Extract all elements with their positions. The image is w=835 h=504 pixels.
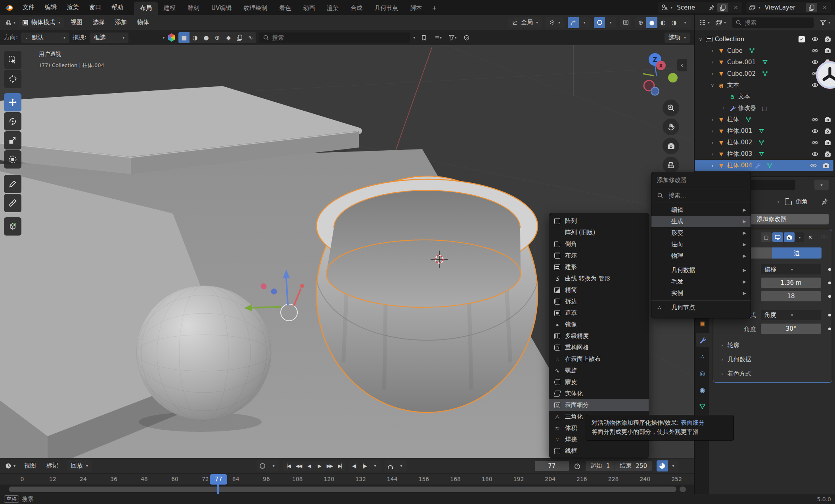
outliner-row[interactable]: ∨ Collection ▢ ✓ <box>695 33 835 45</box>
expand-toggle-icon[interactable]: › <box>710 59 715 65</box>
tab-constraint-properties[interactable]: ◉ <box>696 383 709 397</box>
axis-x-label[interactable]: X <box>659 63 663 69</box>
timeline-scrollbar-handle[interactable] <box>680 487 686 492</box>
viewport-menu-item[interactable]: 物体 <box>132 17 154 28</box>
playback-dropdown[interactable]: 回放 ▾ <box>67 460 92 471</box>
collapsed-section-row[interactable]: › 轮廓 <box>721 341 739 349</box>
shading-solid-button[interactable]: ● <box>646 17 657 28</box>
expand-toggle-icon[interactable]: ∨ <box>710 82 715 88</box>
expand-toggle-icon[interactable]: › <box>710 71 715 77</box>
realtime-display-toggle[interactable] <box>772 232 783 242</box>
tab-modifier-properties[interactable] <box>696 333 709 347</box>
modifier-extras-dropdown[interactable]: ▾ <box>795 232 804 242</box>
timeline-menu-item[interactable]: 标记 <box>41 460 63 471</box>
blender-logo-icon[interactable] <box>4 3 14 12</box>
modifier-menu-item[interactable]: 表面细分 <box>549 399 649 411</box>
render-camera-icon[interactable] <box>824 47 831 54</box>
outliner-row[interactable]: › 柱体.001 ▢ ✓ <box>695 125 835 137</box>
scene-selector[interactable]: ▾ Scene ✕ <box>658 2 742 13</box>
tool-measure[interactable] <box>4 194 21 212</box>
jump-to-end-button[interactable]: ▶| <box>335 461 345 471</box>
edit-mode-display-toggle[interactable]: ▢ <box>761 232 772 242</box>
modifier-menu-item[interactable]: 曲线 转换为 管形 <box>549 273 649 284</box>
outliner-filter-button[interactable]: ▾ <box>818 17 832 28</box>
prev-keyframe-button[interactable]: ◀◀ <box>293 461 304 471</box>
tool-annotate[interactable] <box>4 175 21 193</box>
workspace-tab[interactable]: 渲染 <box>321 2 345 15</box>
drag-mode-dropdown[interactable]: 框选 ▾ <box>90 33 128 43</box>
topbar-menu-item[interactable]: 帮助 <box>106 2 128 13</box>
outliner-row[interactable]: › Cube.002 ▢ ✓ <box>695 68 835 79</box>
modifier-category-item[interactable]: 形变 ▶ <box>651 227 751 239</box>
expand-toggle-icon[interactable]: › <box>710 48 715 54</box>
editor-type-button[interactable]: ▾ <box>3 17 17 28</box>
modifier-menu-search[interactable]: 搜索... <box>651 190 751 201</box>
modifier-menu-item[interactable]: 线框 <box>549 445 649 457</box>
modifier-menu-item[interactable]: 精简 <box>549 284 649 296</box>
modifier-menu-item[interactable]: 实体化 <box>549 388 649 399</box>
expand-toggle-icon[interactable]: › <box>721 357 723 362</box>
duplicate-icon[interactable] <box>234 32 245 43</box>
pin-icon[interactable] <box>708 4 714 11</box>
tool-cursor[interactable] <box>4 70 21 88</box>
collections-list-icon[interactable]: ≡▾ <box>433 32 444 43</box>
axis-y-ball[interactable] <box>668 73 678 82</box>
animate-dot[interactable] <box>828 328 831 330</box>
expand-toggle-icon[interactable]: › <box>776 199 781 205</box>
world-globe-icon[interactable]: ⊕ <box>212 32 223 43</box>
tool-add-cube[interactable] <box>4 217 21 236</box>
modifier-menu-item[interactable]: 多级精度 <box>549 330 649 342</box>
hide-eye-icon[interactable] <box>810 162 817 169</box>
select-object-filter-icon[interactable]: ■ <box>178 32 190 43</box>
collapsed-section-row[interactable]: › 几何数据 <box>721 356 751 363</box>
shading-rendered-button[interactable]: ◑ <box>668 17 680 28</box>
hide-eye-icon[interactable] <box>812 128 818 134</box>
limit-method-dropdown[interactable]: 角度 ▾ <box>761 310 821 320</box>
tool-scale[interactable] <box>4 131 21 149</box>
timeline-menu-item[interactable]: 视图 <box>19 460 41 471</box>
delete-modifier-button[interactable]: ✕ <box>805 232 816 242</box>
modifier-category-item[interactable]: ▶ <box>651 263 751 263</box>
expand-toggle-icon[interactable]: › <box>710 151 715 157</box>
workspace-tab[interactable]: 布局 <box>134 2 158 15</box>
collection-checkbox[interactable]: ✓ <box>799 36 805 42</box>
workspace-tab[interactable]: 脚本 <box>404 2 428 15</box>
tool-rotate[interactable] <box>4 112 21 130</box>
animate-dot[interactable] <box>828 268 831 271</box>
render-camera-icon[interactable] <box>823 162 829 169</box>
animate-dot[interactable] <box>828 314 831 316</box>
pose-tool-icon[interactable]: ∿ <box>245 32 256 43</box>
expand-toggle-icon[interactable]: › <box>721 343 723 348</box>
shading-sphere-icon[interactable]: ◑ <box>190 32 201 43</box>
modifier-menu-item[interactable]: 阵列 (旧版) <box>549 227 649 238</box>
camera-view-button[interactable] <box>663 138 679 154</box>
hide-eye-icon[interactable] <box>812 139 818 146</box>
modifier-menu-item[interactable]: 重构网格 <box>549 342 649 353</box>
bevel-amount-field[interactable]: 1.36 m <box>761 278 821 288</box>
render-camera-icon[interactable] <box>824 139 831 146</box>
tab-particle-properties[interactable]: ∴ <box>696 349 709 364</box>
modifier-menu-item[interactable]: 蒙皮 <box>549 376 649 388</box>
modifier-menu-item[interactable]: 倒角 <box>549 238 649 250</box>
axis-negz-ball[interactable] <box>651 87 659 95</box>
current-frame-playhead[interactable]: 77 <box>210 474 227 485</box>
hide-eye-icon[interactable] <box>812 151 818 157</box>
tool-move[interactable] <box>4 93 21 111</box>
modifier-menu-item[interactable]: 布尔 <box>549 250 649 261</box>
close-icon[interactable]: ✕ <box>820 4 829 11</box>
shield-icon[interactable] <box>461 32 472 43</box>
modifier-menu-item[interactable]: 拆边 <box>549 296 649 307</box>
tool-box-select[interactable] <box>4 51 21 69</box>
outliner-row[interactable]: ∨ 文本 ▢ ✓ <box>695 79 835 91</box>
proportional-falloff-dropdown[interactable]: ▾ <box>605 17 616 28</box>
outliner-search[interactable] <box>732 17 814 28</box>
outliner-row[interactable]: 文本 ▢ ✓ <box>695 91 835 102</box>
step-back-button[interactable]: ◀| <box>349 461 359 471</box>
outliner-search-input[interactable] <box>745 19 810 26</box>
topbar-menu-item[interactable]: 文件 <box>17 2 40 13</box>
workspace-tab[interactable]: 几何节点 <box>368 2 404 15</box>
modifier-category-item[interactable]: 毛发 ▶ <box>651 276 751 287</box>
workspace-tab[interactable]: 雕刻 <box>182 2 205 15</box>
step-forward-button[interactable]: |▶ <box>359 461 370 471</box>
expand-toggle-icon[interactable]: ∨ <box>698 36 703 42</box>
